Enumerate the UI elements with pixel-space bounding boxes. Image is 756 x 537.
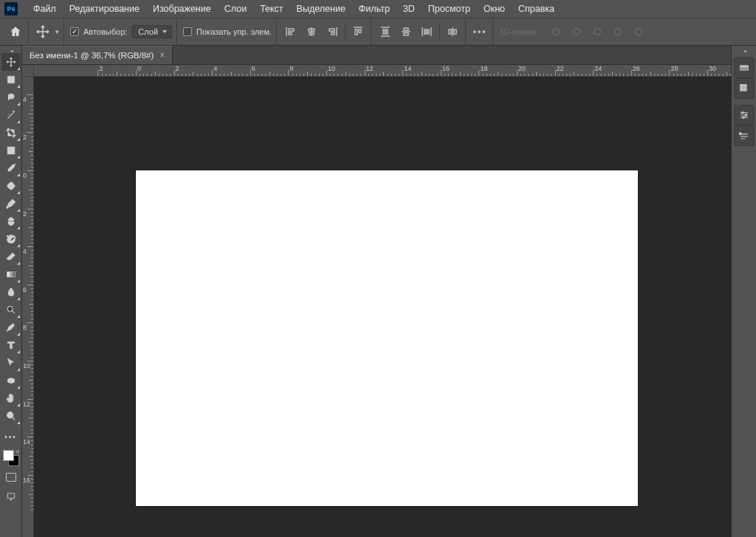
align-right-button[interactable] (324, 24, 340, 40)
marquee-tool[interactable] (1, 71, 21, 89)
3d-mode-icon (548, 24, 564, 40)
panel-swatches-button[interactable] (734, 78, 755, 99)
move-tool-indicator-icon (35, 24, 51, 40)
blur-tool[interactable] (1, 283, 21, 301)
svg-rect-12 (7, 493, 14, 498)
menu-справка[interactable]: Справка (512, 1, 561, 17)
dist-left-button[interactable] (419, 24, 435, 40)
history-brush-tool[interactable] (1, 230, 21, 248)
type-tool[interactable] (1, 336, 21, 354)
3d-mode-icon (589, 24, 605, 40)
svg-rect-16 (743, 84, 746, 87)
close-tab-button[interactable]: × (159, 50, 165, 60)
zoom-tool[interactable] (1, 407, 21, 425)
move-tool[interactable] (1, 53, 21, 71)
svg-point-0 (553, 29, 560, 35)
show-controls-checkbox[interactable] (183, 27, 192, 36)
menu-окно[interactable]: Окно (477, 1, 512, 17)
svg-rect-15 (740, 84, 743, 87)
3d-mode-icon (568, 24, 585, 40)
screen-mode-button[interactable] (1, 488, 21, 505)
home-button[interactable] (7, 24, 24, 40)
dist-hcenter-button[interactable] (444, 24, 461, 40)
document-tab[interactable]: Без имени-1 @ 36,7% (RGB/8#) × (22, 46, 173, 64)
gradient-tool[interactable] (1, 266, 21, 283)
pen-tool[interactable] (1, 319, 21, 336)
more-options-button[interactable]: ••• (472, 24, 488, 40)
align-center-h-button[interactable] (303, 24, 320, 40)
dist-top-button[interactable] (377, 24, 394, 40)
svg-rect-17 (740, 88, 743, 91)
svg-rect-14 (740, 69, 748, 70)
align-top-button[interactable] (350, 24, 366, 40)
dock-collapse-handle[interactable] (732, 47, 756, 53)
edit-toolbar-button[interactable]: ••• (1, 428, 21, 446)
foreground-color[interactable] (3, 450, 14, 461)
ruler-vertical[interactable]: 420246810121416 (22, 77, 34, 537)
options-bar: ▾ Автовыбор: Слой Показать упр. элем. ••… (0, 18, 756, 46)
ruler-horizontal[interactable]: 2024681012141618202224262830 (34, 65, 731, 77)
dodge-tool[interactable] (1, 301, 21, 319)
svg-rect-18 (743, 88, 746, 91)
menu-3d[interactable]: 3D (396, 1, 422, 17)
show-controls-label: Показать упр. элем. (196, 27, 272, 36)
svg-point-10 (7, 378, 14, 384)
eyedropper-tool[interactable] (1, 159, 21, 177)
lasso-tool[interactable] (1, 89, 21, 106)
svg-rect-22 (739, 133, 740, 134)
menu-фильтр[interactable]: Фильтр (352, 1, 396, 17)
canvas[interactable] (136, 170, 638, 506)
right-panel-dock (731, 46, 756, 537)
canvas-viewport[interactable] (34, 77, 731, 537)
panel-layers-button[interactable] (734, 125, 755, 146)
workspace: ••• ⤭ Без имени-1 @ 36,7% (RGB/8#) × 202… (0, 46, 756, 537)
dist-vcenter-button[interactable] (398, 24, 414, 40)
document-tab-title: Без имени-1 @ 36,7% (RGB/8#) (30, 51, 154, 60)
menu-bar: Ps ФайлРедактированиеИзображениеСлоиТекс… (0, 0, 756, 18)
svg-point-11 (7, 412, 13, 418)
clone-tool[interactable] (1, 212, 21, 230)
brush-tool[interactable] (1, 195, 21, 212)
svg-rect-5 (7, 76, 14, 83)
menu-текст[interactable]: Текст (253, 1, 289, 17)
menu-изображение[interactable]: Изображение (146, 1, 218, 17)
menu-редактирование[interactable]: Редактирование (63, 1, 146, 17)
svg-point-4 (636, 29, 642, 35)
toolbar-collapse-handle[interactable] (0, 47, 21, 53)
svg-point-20 (745, 114, 746, 116)
frame-tool[interactable] (1, 142, 21, 159)
svg-point-19 (741, 112, 743, 114)
3d-mode-icon (610, 24, 626, 40)
wand-tool[interactable] (1, 106, 21, 124)
shape-tool[interactable] (1, 372, 21, 389)
ruler-origin[interactable] (22, 65, 34, 77)
swap-colors-icon[interactable]: ⤭ (15, 448, 20, 455)
panel-adjustments-button[interactable] (734, 105, 755, 125)
color-swatches[interactable]: ⤭ (3, 450, 19, 466)
svg-rect-8 (7, 272, 15, 277)
healing-tool[interactable] (1, 177, 21, 195)
quick-mask-button[interactable] (1, 469, 21, 485)
autoselect-checkbox[interactable] (70, 27, 79, 36)
svg-point-21 (743, 117, 744, 118)
3d-mode-icon (630, 24, 647, 40)
3d-mode-label: 3D-режим: (499, 27, 539, 36)
eraser-tool[interactable] (1, 248, 21, 266)
document-tab-bar: Без имени-1 @ 36,7% (RGB/8#) × (22, 46, 731, 65)
autoselect-target-select[interactable]: Слой (131, 25, 172, 38)
svg-rect-13 (740, 66, 748, 67)
autoselect-label: Автовыбор: (83, 27, 127, 36)
menu-слои[interactable]: Слои (218, 1, 253, 17)
chevron-down-icon[interactable]: ▾ (55, 28, 59, 35)
menu-просмотр[interactable]: Просмотр (422, 1, 477, 17)
align-left-button[interactable] (283, 24, 299, 40)
svg-point-9 (7, 306, 13, 311)
panel-color-button[interactable] (734, 58, 755, 78)
crop-tool[interactable] (1, 124, 21, 142)
hand-tool[interactable] (1, 389, 21, 407)
path-select-tool[interactable] (1, 354, 21, 372)
tool-bar: ••• ⤭ (0, 46, 22, 537)
menu-файл[interactable]: Файл (27, 1, 63, 17)
app-logo: Ps (4, 2, 18, 15)
menu-выделение[interactable]: Выделение (290, 1, 352, 17)
